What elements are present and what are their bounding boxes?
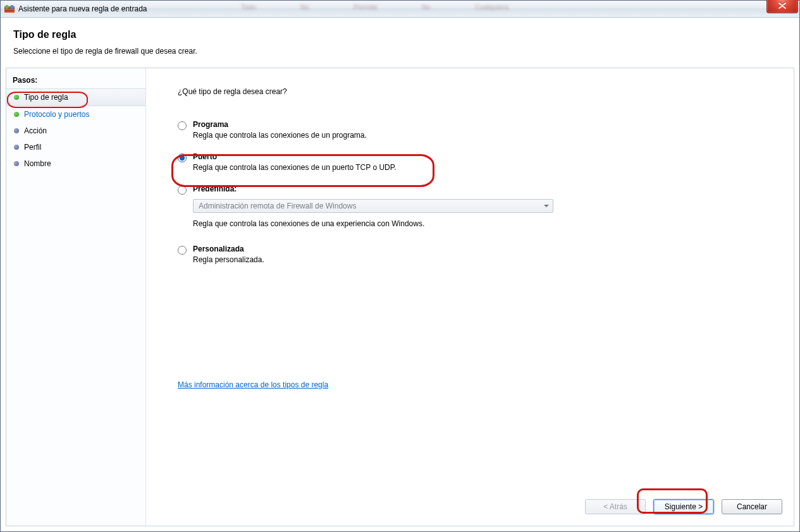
step-bullet-icon: [14, 128, 19, 133]
option-programa[interactable]: Programa Regla que controla las conexion…: [178, 120, 582, 140]
option-title: Personalizada: [193, 245, 264, 253]
step-tipo-de-regla[interactable]: Tipo de regla: [6, 88, 145, 106]
svg-rect-3: [4, 11, 15, 13]
option-predefinida[interactable]: Predefinida: Administración remota de Fi…: [178, 184, 582, 228]
wizard-content: ¿Qué tipo de regla desea crear? Programa…: [146, 68, 794, 526]
back-button: < Atrás: [585, 499, 646, 514]
step-label: Nombre: [24, 159, 51, 168]
option-desc: Regla que controla las conexiones de un …: [193, 131, 367, 140]
option-desc: Regla personalizada.: [193, 255, 264, 264]
option-desc: Regla que controla las conexiones de un …: [193, 163, 397, 172]
wizard-header: Tipo de regla Seleccione el tipo de regl…: [1, 18, 799, 64]
more-info-link[interactable]: Más información acerca de los tipos de r…: [178, 380, 328, 389]
option-title: Predefinida:: [193, 184, 237, 193]
wizard-window: Asistente para nueva regla de entrada To…: [0, 0, 800, 532]
radio-puerto[interactable]: [178, 154, 187, 162]
step-protocolo-y-puertos[interactable]: Protocolo y puertos: [6, 106, 145, 123]
dropdown-value: Administración remota de Firewall de Win…: [199, 202, 356, 210]
question-text: ¿Qué tipo de regla desea crear?: [178, 87, 768, 96]
page-title: Tipo de regla: [13, 29, 787, 40]
firewall-icon: [4, 4, 15, 14]
next-button[interactable]: Siguiente >: [653, 499, 714, 514]
page-subtitle: Seleccione el tipo de regla de firewall …: [13, 47, 787, 56]
option-desc: Regla que controla las conexiones de una…: [193, 219, 424, 228]
step-bullet-icon: [14, 95, 19, 100]
step-label[interactable]: Protocolo y puertos: [24, 110, 89, 119]
predefined-dropdown[interactable]: Administración remota de Firewall de Win…: [193, 199, 553, 213]
close-icon: [778, 3, 786, 9]
step-label: Tipo de regla: [24, 93, 68, 102]
more-info-link-wrap: Más información acerca de los tipos de r…: [178, 380, 328, 389]
close-button[interactable]: [766, 0, 798, 13]
chevron-down-icon: [544, 205, 549, 207]
background-blur: TodoNoPermiteNoCualquiera: [241, 3, 764, 14]
wizard-body: Pasos: Tipo de regla Protocolo y puertos…: [6, 68, 794, 526]
step-label: Acción: [24, 126, 47, 135]
cancel-button[interactable]: Cancelar: [722, 499, 782, 514]
option-personalizada[interactable]: Personalizada Regla personalizada.: [178, 245, 582, 264]
step-bullet-icon: [14, 112, 19, 117]
step-bullet-icon: [14, 161, 19, 166]
step-label: Perfil: [24, 143, 41, 152]
radio-programa[interactable]: [178, 121, 187, 130]
svg-rect-2: [4, 9, 15, 10]
step-bullet-icon: [14, 145, 19, 150]
step-nombre[interactable]: Nombre: [6, 155, 145, 172]
step-accion[interactable]: Acción: [6, 123, 145, 139]
radio-personalizada[interactable]: [178, 246, 187, 255]
svg-point-4: [5, 5, 9, 9]
titlebar[interactable]: Asistente para nueva regla de entrada To…: [1, 1, 799, 18]
steps-list: Tipo de regla Protocolo y puertos Acción…: [6, 88, 145, 172]
window-title: Asistente para nueva regla de entrada: [18, 4, 147, 13]
svg-point-5: [10, 5, 14, 9]
wizard-footer: < Atrás Siguiente > Cancelar: [585, 499, 782, 514]
option-puerto[interactable]: Puerto Regla que controla las conexiones…: [178, 152, 582, 172]
option-title: Puerto: [193, 152, 397, 161]
steps-heading: Pasos:: [6, 73, 145, 88]
option-title: Programa: [193, 120, 367, 129]
step-perfil[interactable]: Perfil: [6, 139, 145, 155]
radio-predefinida[interactable]: [178, 186, 187, 195]
steps-sidebar: Pasos: Tipo de regla Protocolo y puertos…: [6, 68, 146, 526]
